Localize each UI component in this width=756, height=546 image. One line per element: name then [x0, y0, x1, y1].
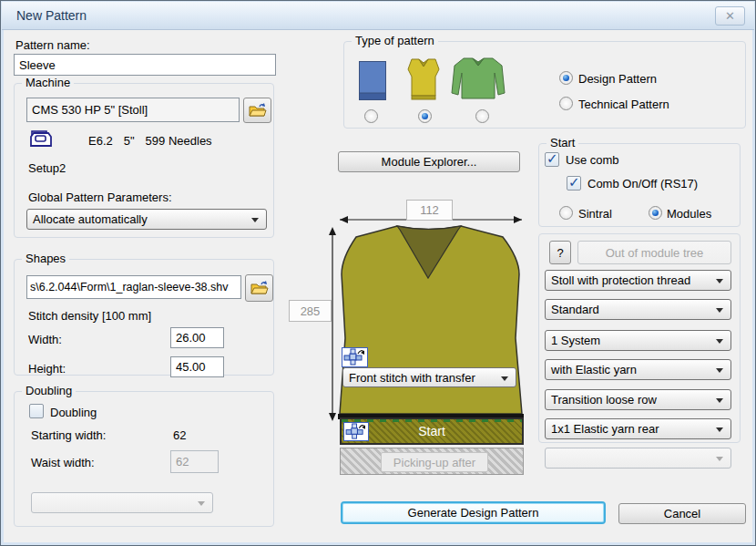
use-comb-checkbox[interactable] — [545, 152, 559, 167]
modules-radio[interactable] — [649, 206, 662, 220]
stitch-width-label: Width: — [28, 333, 62, 346]
doubling-dropdown — [31, 492, 213, 513]
sweater-pattern-icon[interactable] — [451, 57, 506, 101]
pattern-name-label: Pattern name: — [15, 38, 90, 52]
close-button[interactable]: ✕ — [715, 6, 745, 26]
swatch-pattern-icon[interactable] — [359, 61, 386, 100]
height-dimension-box[interactable]: 285 — [289, 300, 332, 322]
machine-browse-button[interactable] — [243, 98, 271, 123]
waist-width-input — [170, 450, 219, 473]
technical-pattern-label: Technical Pattern — [578, 98, 669, 111]
sintral-label: Sintral — [578, 207, 612, 221]
doubling-checkbox-label: Doubling — [50, 406, 97, 419]
shapes-group-label: Shapes — [22, 252, 69, 265]
vest-type-radio[interactable] — [418, 109, 432, 123]
machine-name-field[interactable] — [26, 98, 240, 122]
pattern-name-input[interactable] — [14, 54, 276, 76]
picking-up-after-button: Picking-up after — [381, 452, 488, 472]
type-of-pattern-group: Type of pattern — [343, 41, 746, 129]
comb-onoff-label: Comb On/Off (RS17) — [587, 177, 698, 191]
start-group-label: Start — [547, 136, 578, 149]
standard-dropdown[interactable]: Standard — [545, 299, 731, 320]
picking-up-bar: Picking-up after — [340, 448, 524, 475]
transition-dropdown[interactable]: Transition loose row — [545, 389, 731, 410]
starting-width-value: 62 — [173, 428, 186, 442]
open-folder-icon — [250, 281, 269, 295]
title-bar[interactable]: New Pattern ✕ — [2, 2, 754, 30]
fabric-type-dropdown[interactable]: Front stitch with transfer — [342, 367, 516, 387]
design-pattern-label: Design Pattern — [578, 72, 657, 86]
doubling-group-label: Doubling — [22, 384, 76, 397]
elastic-yarn-dropdown[interactable]: with Elastic yarn — [545, 359, 731, 380]
gpp-dropdown[interactable]: Allocate automatically — [26, 209, 267, 230]
waist-width-label: Waist width: — [31, 456, 95, 469]
help-button[interactable]: ? — [549, 241, 571, 264]
doubling-checkbox[interactable] — [29, 404, 44, 418]
stitch-width-input[interactable] — [170, 327, 224, 348]
sweater-type-radio[interactable] — [475, 109, 489, 123]
machine-icon — [28, 129, 52, 148]
start-module-dropdown[interactable]: Stoll with protection thread — [545, 270, 731, 291]
gpp-label: Global Pattern Parameters: — [28, 191, 172, 204]
vest-pattern-icon[interactable] — [405, 58, 442, 100]
design-pattern-radio[interactable] — [559, 71, 573, 85]
new-pattern-dialog: New Pattern ✕ Pattern name: Machine E6.2… — [0, 0, 756, 546]
sintral-radio[interactable] — [559, 206, 573, 220]
elastic-rear-dropdown[interactable]: 1x1 Elastic yarn rear — [545, 418, 731, 439]
stitch-height-input[interactable] — [170, 356, 224, 377]
shape-path-field[interactable] — [26, 275, 241, 299]
shape-browse-button[interactable] — [245, 274, 273, 302]
module-icon[interactable] — [342, 347, 368, 367]
stitch-density-label: Stitch density [100 mm] — [28, 309, 151, 323]
system-dropdown[interactable]: 1 System — [545, 330, 731, 351]
machine-setup-label: Setup2 — [28, 161, 66, 175]
width-dimension-box[interactable]: 112 — [406, 200, 453, 221]
machine-group-label: Machine — [22, 76, 74, 89]
comb-onoff-checkbox[interactable] — [567, 176, 581, 191]
open-folder-icon — [249, 103, 267, 118]
start-module-bar[interactable]: Start — [340, 417, 524, 445]
technical-pattern-radio[interactable] — [559, 97, 573, 110]
machine-gauge-info: E6.25"599 Needles — [88, 134, 212, 148]
cancel-button[interactable]: Cancel — [618, 503, 746, 524]
stitch-height-label: Height: — [28, 362, 66, 376]
type-of-pattern-label: Type of pattern — [352, 34, 438, 47]
swatch-type-radio[interactable] — [364, 109, 378, 123]
generate-design-pattern-button[interactable]: Generate Design Pattern — [341, 501, 606, 524]
module-icon — [343, 422, 369, 441]
extra-dropdown — [545, 448, 731, 469]
out-of-module-tree-button: Out of module tree — [577, 241, 731, 264]
module-explorer-button[interactable]: Module Explorer... — [338, 151, 520, 172]
use-comb-label: Use comb — [566, 153, 619, 167]
window-title: New Pattern — [16, 8, 87, 23]
close-icon: ✕ — [725, 9, 735, 23]
modules-label: Modules — [667, 207, 711, 221]
starting-width-label: Starting width: — [31, 428, 106, 442]
